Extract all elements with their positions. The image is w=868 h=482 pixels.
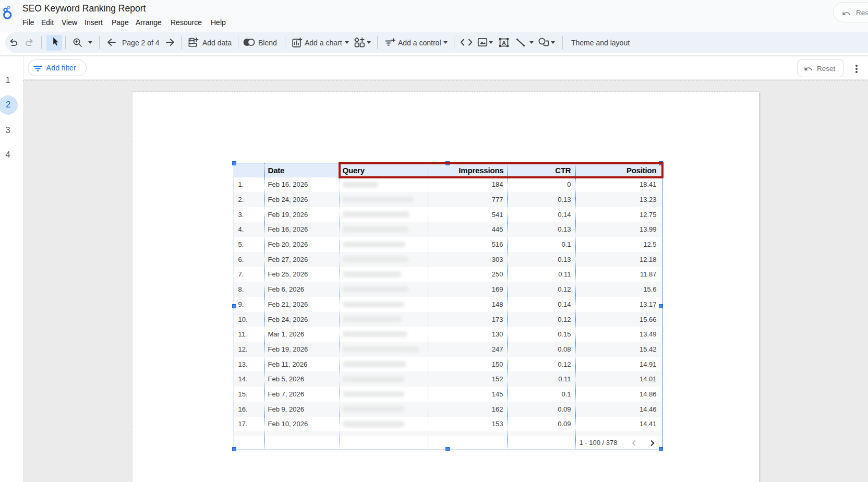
svg-text:A: A — [502, 40, 506, 46]
